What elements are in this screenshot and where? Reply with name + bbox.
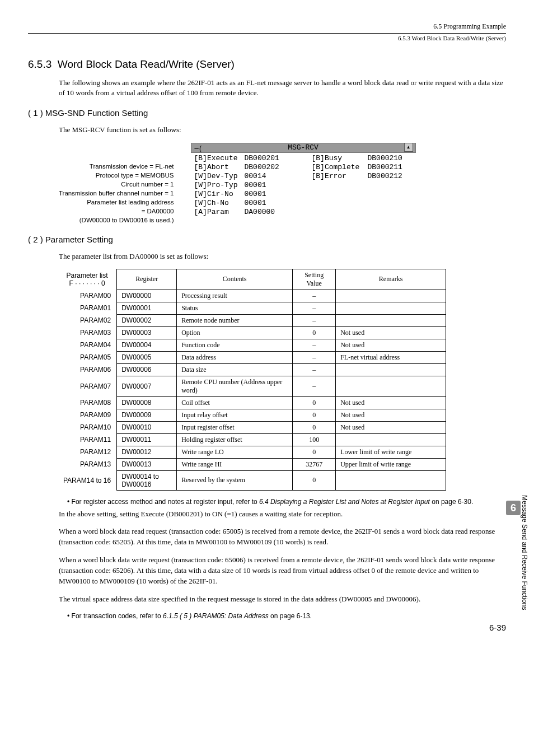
cell-l4k: [W]Cir-No — [194, 190, 245, 199]
section-title: 6.5.3 Word Block Data Read/Write (Server… — [28, 58, 506, 71]
note-2: • For transaction codes, refer to 6.1.5 … — [67, 612, 506, 621]
header-subsection: 6.5.3 Word Block Data Read/Write (Server… — [28, 35, 506, 41]
msgrcv-left-labels: Transmission device = FL-net Protocol ty… — [59, 143, 191, 207]
section-name: Word Block Data Read/Write (Server) — [58, 58, 235, 70]
table-row: PARAM13DW00013Write range HI32767Upper l… — [59, 458, 446, 470]
cell-l5k: [W]Ch-No — [194, 199, 245, 208]
sub2-intro: The parameter list from DA00000 is set a… — [59, 251, 506, 262]
th-remarks: Remarks — [336, 269, 446, 290]
table-row: PARAM02DW00002Remote node number– — [59, 314, 446, 326]
th-setting-bot: Value — [306, 279, 321, 287]
label-devtype: Transmission device = FL-net — [59, 162, 174, 171]
th-paramlist-bot: F · · · · · · · 0 — [69, 279, 105, 287]
msgrcv-titlebar: ─( MSG-RCV ▴ — [191, 143, 416, 153]
th-register: Register — [117, 269, 177, 290]
section-intro: The following shows an example where the… — [59, 78, 506, 98]
cell-l3v: 00001 — [245, 181, 289, 190]
table-row: PARAM04DW00004Function code–Not used — [59, 339, 446, 351]
table-row: PARAM00DW00000Processing result– — [59, 290, 446, 302]
titlebar-lines-icon: ─( — [195, 144, 203, 153]
explain-para2: When a word block data read request (tra… — [59, 526, 506, 548]
msgrcv-grid: [B]ExecuteDB000201[B]BusyDB000210 [B]Abo… — [191, 153, 416, 219]
th-paramlist-top: Parameter list — [67, 272, 108, 279]
note2-pre: For transaction codes, refer to — [72, 612, 163, 620]
label-dwrange: (DW00000 to DW00016 is used.) — [59, 216, 174, 225]
table-row: PARAM12DW00012Write range LO0Lower limit… — [59, 446, 446, 458]
note1-ref: 6.4 Displaying a Register List and Notes… — [259, 498, 430, 506]
page-number: 6-39 — [489, 623, 506, 632]
sub1-intro: The MSG-RCV function is set as follows: — [59, 125, 506, 135]
side-tab-chapter: 6 — [506, 501, 521, 515]
label-paramaddr-value: = DA00000 — [59, 207, 174, 216]
note2-post: on page 6-13. — [269, 612, 312, 620]
msgrcv-diagram: Transmission device = FL-net Protocol ty… — [59, 143, 506, 225]
cell-l3k: [W]Pro-Typ — [194, 181, 245, 190]
table-row: PARAM07DW00007Remote CPU number (Address… — [59, 376, 446, 396]
th-contents: Contents — [177, 269, 293, 290]
cell-r0v: DB000210 — [368, 154, 413, 163]
label-circuit: Circuit number = 1 — [59, 180, 174, 189]
cell-r1k: [B]Complete — [312, 163, 368, 172]
header-section: 6.5 Programming Example — [28, 22, 506, 31]
msgrcv-title: MSG-RCV — [288, 143, 318, 152]
note-1: • For register access method and notes a… — [67, 497, 506, 507]
note2-ref: 6.1.5 ( 5 ) PARAM05: Data Address — [163, 612, 269, 620]
section-number: 6.5.3 — [28, 58, 51, 70]
label-paramaddr: Parameter list leading address — [59, 198, 174, 207]
table-row: PARAM10DW00010Input register offset0Not … — [59, 421, 446, 433]
parameter-table: Parameter list F · · · · · · · 0 Registe… — [59, 269, 446, 491]
note1-post: on page 6-30. — [430, 498, 473, 506]
subsection-1-heading: ( 1 ) MSG-SND Function Setting — [28, 108, 506, 118]
titlebar-up-icon: ▴ — [404, 143, 413, 152]
table-row: PARAM11DW00011Holding register offset100 — [59, 433, 446, 446]
cell-l5v: 00001 — [245, 199, 289, 208]
table-row: PARAM14 to 16DW00014 to DW00016Reserved … — [59, 470, 446, 490]
subsection-2-heading: ( 2 ) Parameter Setting — [28, 235, 506, 244]
cell-r2v: DB000212 — [368, 172, 413, 181]
th-setting-top: Setting — [305, 271, 324, 279]
cell-l1v: DB000202 — [245, 163, 289, 172]
cell-l0k: [B]Execute — [194, 154, 245, 163]
table-row: PARAM08DW00008Coil offset0Not used — [59, 396, 446, 409]
table-row: PARAM05DW00005Data address–FL-net virtua… — [59, 351, 446, 363]
cell-l0v: DB000201 — [245, 154, 289, 163]
cell-l2k: [W]Dev-Typ — [194, 172, 245, 181]
cell-l1k: [B]Abort — [194, 163, 245, 172]
msgrcv-box: ─( MSG-RCV ▴ [B]ExecuteDB000201[B]BusyDB… — [191, 143, 416, 219]
table-row: PARAM06DW00006Data size– — [59, 363, 446, 376]
cell-r0k: [B]Busy — [312, 154, 368, 163]
label-protocol: Protocol type = MEMOBUS — [59, 171, 174, 180]
label-channel: Transmission buffer channel number = 1 — [59, 189, 174, 198]
cell-l6v: DA00000 — [245, 208, 289, 217]
cell-r2k: [B]Error — [312, 172, 368, 181]
explain-para4: The virtual space address data size spec… — [59, 594, 506, 605]
explain-para3: When a word block data write request (tr… — [59, 555, 506, 587]
header-rule — [28, 33, 506, 34]
cell-l6k: [A]Param — [194, 208, 245, 217]
note1-pre: For register access method and notes at … — [72, 498, 260, 506]
explain-para1: In the above setting, setting Execute (D… — [59, 509, 506, 520]
table-row: PARAM09DW00009Input relay offset0Not use… — [59, 409, 446, 421]
cell-l2v: 00014 — [245, 172, 289, 181]
side-tab: Message Send and Receive Functions 6 — [506, 495, 528, 610]
cell-l4v: 00001 — [245, 190, 289, 199]
table-row: PARAM01DW00001Status– — [59, 302, 446, 314]
side-tab-label: Message Send and Receive Functions — [521, 495, 528, 610]
table-row: PARAM03DW00003Option0Not used — [59, 326, 446, 339]
cell-r1v: DB000211 — [368, 163, 413, 172]
